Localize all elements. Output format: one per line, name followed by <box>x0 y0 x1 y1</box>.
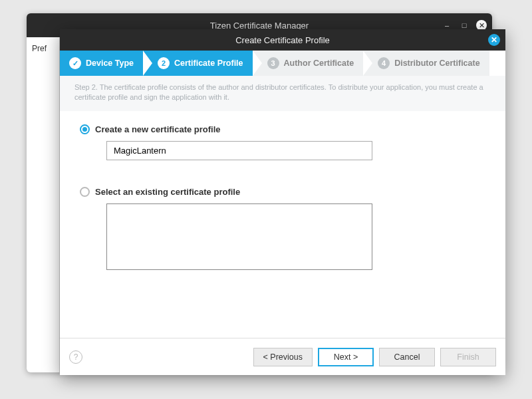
next-button[interactable]: Next > <box>318 348 374 366</box>
sidebar-item-pref[interactable]: Pref <box>27 37 59 60</box>
step-certificate-profile[interactable]: 2 Certificate Profile <box>143 51 253 76</box>
dialog-titlebar: Create Certificate Profile ✕ <box>60 29 505 51</box>
previous-button[interactable]: < Previous <box>253 348 313 366</box>
cancel-button[interactable]: Cancel <box>379 348 435 366</box>
radio-select-existing[interactable] <box>80 187 90 197</box>
existing-profiles-listbox[interactable] <box>106 203 372 270</box>
dialog-title: Create Certificate Profile <box>235 35 330 45</box>
step-number: 4 <box>378 57 390 69</box>
step-author-certificate: 3 Author Certificate <box>253 51 364 76</box>
step-distributor-certificate: 4 Distributor Certificate <box>363 51 489 76</box>
radio-create-new-label: Create a new certificate profile <box>95 124 221 134</box>
step-label: Certificate Profile <box>174 59 243 68</box>
finish-button: Finish <box>440 348 496 366</box>
step-label: Device Type <box>86 59 134 68</box>
step-label: Author Certificate <box>284 59 354 68</box>
help-icon[interactable]: ? <box>69 350 82 364</box>
step-number: 2 <box>158 57 170 69</box>
step-description: Step 2. The certificate profile consists… <box>60 76 505 111</box>
dialog-content: Create a new certificate profile Select … <box>60 111 505 338</box>
dialog-footer: ? < Previous Next > Cancel Finish <box>60 338 505 375</box>
dialog-close-button[interactable]: ✕ <box>488 34 500 46</box>
radio-create-new[interactable] <box>80 124 90 134</box>
step-label: Distributor Certificate <box>394 59 480 68</box>
step-device-type[interactable]: Device Type <box>60 51 143 76</box>
checkmark-icon <box>69 57 81 69</box>
create-certificate-dialog: Create Certificate Profile ✕ Device Type… <box>60 29 505 375</box>
profile-name-input[interactable] <box>106 141 372 160</box>
radio-select-existing-label: Select an existing certificate profile <box>95 187 240 197</box>
wizard-stepper: Device Type 2 Certificate Profile 3 Auth… <box>60 51 505 76</box>
step-number: 3 <box>267 57 279 69</box>
